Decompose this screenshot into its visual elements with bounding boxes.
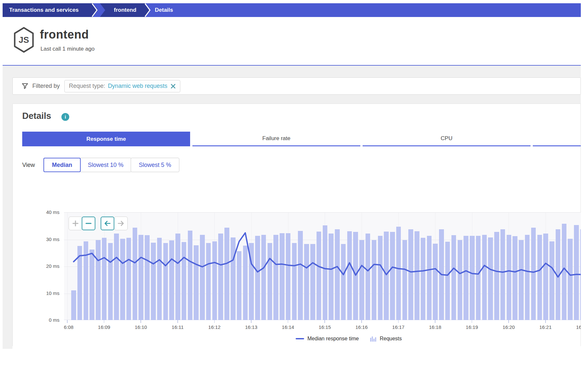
- app-window: Transactions and services frontend Detai…: [0, 0, 588, 373]
- x-tick-mark: [361, 320, 362, 323]
- metric-tabs: Response time Failure rate CPU: [22, 132, 581, 146]
- view-option-slowest5[interactable]: Slowest 5 %: [131, 158, 179, 172]
- tab-cpu[interactable]: CPU: [363, 132, 531, 146]
- x-tick-label: 16:11: [168, 324, 188, 330]
- remove-filter-button[interactable]: [171, 84, 176, 89]
- x-axis-labels: 16:0816:0916:1016:1116:1216:1316:1416:15…: [64, 324, 581, 332]
- view-option-median[interactable]: Median: [43, 158, 81, 172]
- last-call-text: Last call 1 minute ago: [41, 46, 94, 52]
- x-tick-label: 16:13: [241, 324, 261, 330]
- minus-icon: [85, 220, 92, 227]
- pan-button-group: [101, 217, 128, 230]
- zoom-out-button[interactable]: [82, 217, 95, 230]
- zoom-button-group: [69, 217, 95, 230]
- x-tick-label: 16:14: [278, 324, 298, 330]
- y-tick-label: 10 ms: [31, 290, 59, 296]
- x-tick-mark: [177, 320, 178, 323]
- x-tick-label: 16:15: [315, 324, 335, 330]
- x-axis-ticks: [64, 320, 581, 323]
- tab-next-partial[interactable]: [533, 132, 581, 146]
- x-tick-label: 16:09: [94, 324, 114, 330]
- y-axis-labels: 40 ms30 ms20 ms10 ms0 ms: [31, 212, 59, 320]
- x-tick-mark: [251, 320, 252, 323]
- x-tick-label: 16:19: [462, 324, 482, 330]
- tab-failure-rate[interactable]: Failure rate: [192, 132, 360, 146]
- filtered-by-label: Filtered by: [32, 83, 60, 89]
- legend-label: Median response time: [307, 336, 359, 342]
- x-tick-mark: [324, 320, 325, 323]
- nodejs-service-icon: JS: [13, 27, 35, 53]
- x-tick-label: 16:16: [352, 324, 371, 330]
- y-tick-label: 0 ms: [31, 317, 59, 323]
- filter-chip-request-type[interactable]: Request type: Dynamic web requests: [64, 80, 180, 92]
- median-response-time-line: [64, 213, 581, 320]
- line-swatch-icon: [296, 338, 304, 339]
- x-tick-label: 16:17: [388, 324, 408, 330]
- x-tick-mark: [472, 320, 472, 323]
- y-tick-label: 40 ms: [31, 209, 59, 215]
- mini-bars-icon: [370, 336, 376, 342]
- close-x-icon: [171, 84, 176, 89]
- x-tick-label: 16:18: [425, 324, 445, 330]
- pan-right-button[interactable]: [114, 217, 128, 230]
- window-bottom-margin: [0, 349, 588, 373]
- details-heading: Details: [22, 111, 51, 121]
- x-tick-label: 16:08: [64, 324, 77, 330]
- view-option-slowest10[interactable]: Slowest 10 %: [80, 158, 132, 172]
- breadcrumb: Transactions and services frontend Detai…: [3, 3, 581, 17]
- breadcrumb-transactions-and-services[interactable]: Transactions and services: [3, 3, 98, 17]
- x-tick-label: 16:20: [499, 324, 518, 330]
- filter-chip-key: Request type:: [69, 83, 105, 89]
- legend-label: Requests: [380, 336, 402, 342]
- chevron-right-icon: [144, 3, 151, 17]
- x-tick-mark: [104, 320, 105, 323]
- x-tick-mark: [67, 320, 68, 323]
- x-tick-mark: [435, 320, 435, 323]
- chart-legend: Median response time Requests: [296, 336, 402, 342]
- x-tick-mark: [214, 320, 215, 323]
- info-icon[interactable]: i: [61, 113, 69, 121]
- chart-controls: [69, 217, 128, 230]
- legend-requests[interactable]: Requests: [370, 336, 402, 342]
- filter-bar: Filtered by Request type: Dynamic web re…: [12, 77, 581, 95]
- x-tick-mark: [140, 320, 141, 323]
- filter-funnel-icon: [22, 83, 28, 89]
- view-switcher: Median Slowest 10 % Slowest 5 %: [43, 158, 179, 172]
- x-tick-mark: [288, 320, 288, 323]
- breadcrumb-details[interactable]: Details: [155, 3, 173, 17]
- chevron-right-icon: [91, 3, 98, 17]
- filter-chip-value: Dynamic web requests: [108, 83, 167, 89]
- x-tick-label: 16:10: [131, 324, 151, 330]
- tab-response-time[interactable]: Response time: [22, 132, 190, 146]
- chart-plot-area[interactable]: [64, 212, 581, 320]
- arrow-right-icon: [117, 220, 124, 227]
- y-tick-label: 20 ms: [31, 263, 59, 269]
- view-label: View: [22, 158, 35, 172]
- x-tick-mark: [545, 320, 546, 323]
- x-tick-mark: [508, 320, 509, 323]
- arrow-left-icon: [104, 220, 111, 227]
- zoom-in-button[interactable]: [69, 217, 82, 230]
- page-title: frontend: [40, 28, 89, 41]
- x-tick-label: 16:22: [572, 324, 581, 330]
- x-tick-mark: [398, 320, 399, 323]
- y-tick-label: 30 ms: [31, 236, 59, 242]
- plus-icon: [72, 220, 79, 227]
- service-header: JS frontend Last call 1 minute ago: [3, 17, 581, 65]
- legend-median-response-time[interactable]: Median response time: [296, 336, 359, 342]
- x-tick-label: 16:12: [204, 324, 224, 330]
- svg-text:JS: JS: [19, 35, 29, 45]
- breadcrumb-frontend[interactable]: frontend: [100, 3, 150, 17]
- x-tick-label: 16:21: [536, 324, 555, 330]
- pan-left-button[interactable]: [101, 217, 114, 230]
